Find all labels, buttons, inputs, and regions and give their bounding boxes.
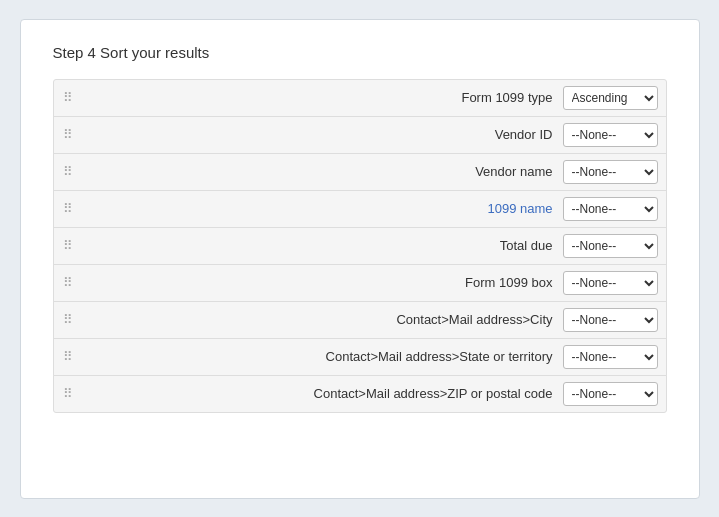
sort-row: ⠿Contact>Mail address>City--None--Ascend… bbox=[53, 301, 667, 339]
drag-handle-icon[interactable]: ⠿ bbox=[54, 117, 82, 153]
sort-row: ⠿Total due--None--AscendingDescending bbox=[53, 227, 667, 265]
drag-handle-icon[interactable]: ⠿ bbox=[54, 191, 82, 227]
sort-row: ⠿Vendor name--None--AscendingDescending bbox=[53, 153, 667, 191]
sort-card: Step 4 Sort your results ⠿Form 1099 type… bbox=[20, 19, 700, 499]
sort-row-label: Form 1099 type bbox=[82, 82, 563, 113]
sort-order-select[interactable]: --None--AscendingDescending bbox=[563, 160, 658, 184]
drag-handle-icon[interactable]: ⠿ bbox=[54, 339, 82, 375]
sort-row-label: Contact>Mail address>State or territory bbox=[82, 341, 563, 372]
sort-order-select[interactable]: AscendingDescending--None-- bbox=[563, 86, 658, 110]
sort-table: ⠿Form 1099 typeAscendingDescending--None… bbox=[53, 79, 667, 413]
sort-row-label: Form 1099 box bbox=[82, 267, 563, 298]
drag-handle-icon[interactable]: ⠿ bbox=[54, 265, 82, 301]
sort-order-select[interactable]: --None--AscendingDescending bbox=[563, 345, 658, 369]
sort-row: ⠿Form 1099 box--None--AscendingDescendin… bbox=[53, 264, 667, 302]
sort-row: ⠿Contact>Mail address>State or territory… bbox=[53, 338, 667, 376]
sort-row: ⠿Contact>Mail address>ZIP or postal code… bbox=[53, 375, 667, 413]
sort-row: ⠿Vendor ID--None--AscendingDescending bbox=[53, 116, 667, 154]
sort-order-select[interactable]: --None--AscendingDescending bbox=[563, 123, 658, 147]
sort-order-select[interactable]: --None--AscendingDescending bbox=[563, 197, 658, 221]
sort-row-label: Contact>Mail address>ZIP or postal code bbox=[82, 378, 563, 409]
sort-row-label: Vendor ID bbox=[82, 119, 563, 150]
sort-order-select[interactable]: --None--AscendingDescending bbox=[563, 234, 658, 258]
drag-handle-icon[interactable]: ⠿ bbox=[54, 80, 82, 116]
sort-row-label: Vendor name bbox=[82, 156, 563, 187]
drag-handle-icon[interactable]: ⠿ bbox=[54, 302, 82, 338]
sort-order-select[interactable]: --None--AscendingDescending bbox=[563, 308, 658, 332]
drag-handle-icon[interactable]: ⠿ bbox=[54, 376, 82, 412]
drag-handle-icon[interactable]: ⠿ bbox=[54, 154, 82, 190]
step-title: Step 4 Sort your results bbox=[53, 44, 667, 61]
sort-row-label: Total due bbox=[82, 230, 563, 261]
sort-row-label: 1099 name bbox=[82, 193, 563, 224]
sort-row: ⠿1099 name--None--AscendingDescending bbox=[53, 190, 667, 228]
sort-order-select[interactable]: --None--AscendingDescending bbox=[563, 382, 658, 406]
drag-handle-icon[interactable]: ⠿ bbox=[54, 228, 82, 264]
sort-row: ⠿Form 1099 typeAscendingDescending--None… bbox=[53, 79, 667, 117]
sort-order-select[interactable]: --None--AscendingDescending bbox=[563, 271, 658, 295]
sort-row-label: Contact>Mail address>City bbox=[82, 304, 563, 335]
